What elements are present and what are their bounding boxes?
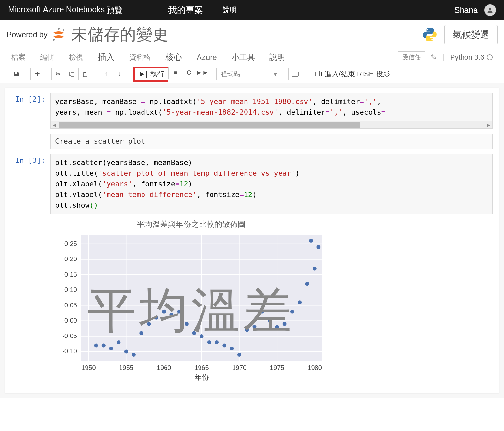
menu-view[interactable]: 檢視 [69,52,83,62]
svg-point-50 [117,340,120,344]
svg-point-68 [252,325,256,329]
svg-text:0.15: 0.15 [64,271,77,278]
add-cell-button[interactable]: + [30,68,44,80]
copy-button[interactable] [65,68,78,80]
scroll-thumb[interactable] [59,122,360,128]
brand[interactable]: Microsoft Azure Notebooks 預覽 [8,5,123,16]
svg-point-78 [316,245,320,249]
svg-point-58 [177,310,181,314]
svg-text:-0.05: -0.05 [62,332,77,339]
svg-text:0.10: 0.10 [64,286,77,293]
svg-point-59 [185,322,189,326]
svg-point-48 [102,343,106,347]
svg-point-62 [207,340,211,344]
svg-point-54 [147,322,151,326]
svg-point-70 [268,319,271,323]
menu-file[interactable]: 檔案 [11,52,26,62]
svg-point-1 [58,28,60,30]
svg-point-4 [427,29,428,30]
menu-edit[interactable]: 編輯 [40,52,54,62]
rise-button[interactable]: LiI 進入/結束 RISE 投影 [309,68,396,80]
markdown-content[interactable]: Create a scatter plot [50,134,493,149]
move-group: ↑ ↓ [99,68,126,80]
svg-text:1960: 1960 [157,364,171,371]
svg-rect-7 [71,73,74,77]
svg-point-64 [222,343,226,347]
restart-button[interactable]: C [182,67,196,79]
svg-text:0.25: 0.25 [64,240,77,247]
cell-type-value: 程式碼 [221,70,240,78]
svg-point-74 [298,300,302,304]
paste-button[interactable] [78,68,92,80]
save-button[interactable] [10,68,23,80]
run-button[interactable]: ►| 執行 [133,67,168,82]
scroll-left-icon[interactable]: ◀ [51,122,58,127]
code-input-3[interactable]: plt.scatter(yearsBase, meanBase) plt.tit… [50,154,493,214]
svg-text:1950: 1950 [81,364,96,371]
brand-preview: 預覽 [107,5,123,16]
prompt-in-2: In [2]: [11,93,50,129]
svg-point-57 [169,313,173,316]
user-area[interactable]: Shana [454,4,496,16]
move-up-button[interactable]: ↑ [99,68,113,80]
svg-point-75 [305,282,309,286]
nav-help[interactable]: 說明 [223,5,237,15]
svg-point-65 [230,347,234,350]
svg-point-61 [200,334,204,338]
menu-insert[interactable]: 插入 [98,51,115,63]
svg-text:-0.10: -0.10 [62,348,77,355]
nav-my-project[interactable]: 我的專案 [168,4,203,16]
python-logo-icon [422,27,438,43]
menu-kernel[interactable]: 核心 [165,51,182,63]
brand-microsoft[interactable]: Microsoft [8,5,41,16]
svg-text:0.20: 0.20 [64,255,77,262]
svg-rect-9 [84,72,86,73]
scroll-right-icon[interactable]: ▶ [485,122,492,127]
prompt-in-3: In [3]: [11,154,50,214]
svg-text:0.05: 0.05 [64,302,77,309]
menu-cellfmt[interactable]: 資料格 [129,52,151,62]
svg-text:1980: 1980 [307,364,322,371]
svg-point-69 [260,310,264,314]
brand-notebooks[interactable]: Notebooks [66,5,105,16]
code-cell-2[interactable]: In [2]: yearsBase, meanBase = np.loadtxt… [11,93,493,129]
notebook-area: In [2]: yearsBase, meanBase = np.loadtxt… [0,83,504,398]
svg-point-3 [63,29,64,31]
edit-group: ✂ [51,68,92,80]
prompt-empty [11,134,50,149]
markdown-cell[interactable]: Create a scatter plot [11,134,493,149]
run-group: ►| 執行 ■ C ►► [133,67,209,82]
code-input-2[interactable]: yearsBase, meanBase = np.loadtxt('5-year… [50,93,493,121]
chart-title: 平均溫差與年份之比較的散佈圖 [50,219,332,229]
svg-point-0 [489,8,491,10]
sub-bar: Powered by 未儲存的變更 氣候變遷 [0,20,504,49]
edit-icon[interactable]: ✎ [431,53,437,61]
menu-help[interactable]: 說明 [269,52,285,62]
menu-widgets[interactable]: 小工具 [232,52,255,62]
cut-button[interactable]: ✂ [51,68,65,80]
user-name: Shana [454,6,478,15]
stop-button[interactable]: ■ [168,67,182,79]
svg-point-5 [431,39,433,40]
horizontal-scrollbar[interactable]: ◀ ▶ [50,121,493,129]
kernel-indicator[interactable]: Python 3.6 [450,53,493,61]
powered-by-label: Powered by [6,30,48,39]
trusted-badge[interactable]: 受信任 [398,51,425,63]
code-cell-3[interactable]: In [3]: plt.scatter(yearsBase, meanBase)… [11,154,493,214]
svg-point-56 [162,310,166,314]
avatar-icon[interactable] [484,4,496,16]
cell-type-select[interactable]: 程式碼 ▾ [216,68,281,80]
move-down-button[interactable]: ↓ [113,68,126,80]
project-button[interactable]: 氣候變遷 [444,25,498,44]
svg-text:1970: 1970 [232,364,247,371]
fast-forward-button[interactable]: ►► [196,67,209,79]
menu-bar: 檔案 編輯 檢視 插入 資料格 核心 Azure 小工具 說明 受信任 ✎ | … [0,49,504,65]
scatter-plot: 1950195519601965197019751980-0.10-0.050.… [50,231,332,383]
toolbar: + ✂ ↑ ↓ ►| 執行 ■ C ►► 程式碼 ▾ LiI 進入/結束 RIS… [0,65,504,83]
brand-azure[interactable]: Azure [43,5,64,16]
kernel-name: Python 3.6 [450,53,484,61]
keyboard-button[interactable] [288,68,302,80]
menu-azure[interactable]: Azure [197,53,217,62]
svg-text:年份: 年份 [195,373,209,381]
run-label: 執行 [150,69,165,79]
